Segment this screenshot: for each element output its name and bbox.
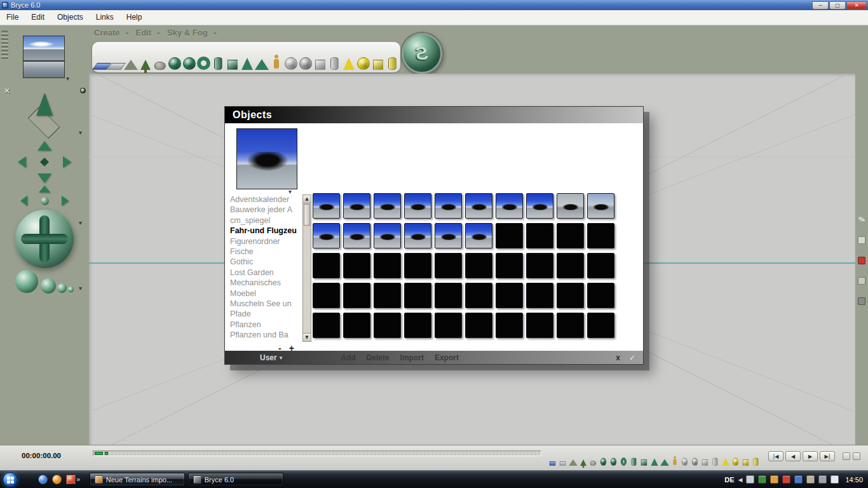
object-sports-car[interactable] xyxy=(526,193,553,219)
camera-dropdown-icon[interactable]: ▾ xyxy=(79,129,82,136)
timeline-selection[interactable] xyxy=(95,452,103,455)
tab-create[interactable]: Create xyxy=(94,28,119,37)
radial-button-icon[interactable] xyxy=(80,88,86,93)
prev-frame-button[interactable]: ◀ xyxy=(785,451,801,461)
category-muscheln-see-un[interactable]: Muscheln See un xyxy=(230,299,302,309)
select-sphere-icon[interactable] xyxy=(609,449,618,466)
empty-slot[interactable] xyxy=(526,313,553,338)
select-parallel-light-icon[interactable] xyxy=(751,449,761,466)
preset-stack-icon[interactable] xyxy=(1,30,8,60)
library-selector[interactable]: User ▾ xyxy=(260,353,282,362)
button-add[interactable]: Add xyxy=(341,353,355,362)
create-cylinder-icon[interactable] xyxy=(211,39,225,70)
select-light-dome-icon[interactable] xyxy=(690,449,700,466)
object-biplane[interactable] xyxy=(374,223,401,248)
object-barrel[interactable] xyxy=(435,193,462,219)
menu-links[interactable]: Links xyxy=(90,13,120,22)
tablet-input-icon[interactable] xyxy=(746,475,754,484)
create-tree-icon[interactable] xyxy=(139,39,153,70)
object-handcart[interactable] xyxy=(465,193,492,219)
network-icon[interactable] xyxy=(818,475,827,484)
object-gray-scene[interactable] xyxy=(557,193,584,219)
empty-slot[interactable] xyxy=(557,253,584,278)
pan-left-icon[interactable] xyxy=(18,156,26,168)
cancel-button[interactable]: x xyxy=(616,353,620,362)
select-pyramid-icon[interactable] xyxy=(660,449,669,466)
select-radial-light-icon[interactable] xyxy=(731,449,740,466)
category-scrollbar[interactable]: ▲ ▼ xyxy=(302,194,311,342)
object-seaplane[interactable] xyxy=(496,193,523,219)
object-buggy[interactable] xyxy=(435,223,462,248)
pan-down-icon[interactable] xyxy=(37,173,51,183)
empty-slot[interactable] xyxy=(557,223,584,248)
empty-slot[interactable] xyxy=(404,253,431,278)
swatch-gray-icon[interactable] xyxy=(858,277,865,285)
button-export[interactable]: Export xyxy=(435,353,459,362)
object-glider[interactable] xyxy=(404,223,431,248)
last-frame-button[interactable]: ▶| xyxy=(820,451,835,461)
category-figurenordner[interactable]: Figurenordner xyxy=(230,236,302,247)
clear-icon[interactable]: ✕ xyxy=(4,86,10,95)
bryce-logo[interactable]: S xyxy=(402,33,442,74)
create-light-cube-icon[interactable] xyxy=(313,39,327,70)
maximize-button[interactable]: □ xyxy=(829,1,846,10)
object-covered-wagon[interactable] xyxy=(343,193,370,219)
scroll-down-icon[interactable]: ▼ xyxy=(303,333,311,341)
empty-slot[interactable] xyxy=(557,283,584,308)
trackball-dropdown-icon[interactable]: ▾ xyxy=(79,219,82,226)
tab-sky-fog[interactable]: Sky & Fog xyxy=(167,28,208,37)
volume-icon[interactable] xyxy=(831,475,839,484)
pan-up-icon[interactable] xyxy=(37,141,51,151)
create-rock-icon[interactable] xyxy=(153,39,167,70)
banking-sphere-tiny[interactable] xyxy=(68,287,74,292)
category-moebel[interactable]: Moebel xyxy=(230,288,302,299)
empty-slot[interactable] xyxy=(496,313,523,338)
swatch-dark-icon[interactable] xyxy=(858,297,865,305)
category-gothic[interactable]: Gothic xyxy=(230,257,302,267)
category-fische[interactable]: Fische xyxy=(230,247,302,257)
camera-pan-widget[interactable] xyxy=(18,141,71,183)
empty-slot[interactable] xyxy=(465,313,492,338)
create-water-plane-icon[interactable] xyxy=(95,39,109,70)
first-frame-button[interactable]: |◀ xyxy=(768,451,783,461)
select-water-plane-icon[interactable] xyxy=(548,449,557,466)
object-coast-scene[interactable] xyxy=(587,193,614,219)
app-icon-red[interactable] xyxy=(66,475,76,484)
select-light-cylinder-icon[interactable] xyxy=(710,449,720,466)
pan-center-icon[interactable] xyxy=(40,158,49,166)
taskbar-task-neue-terrains-impo[interactable]: Neue Terrains impo... xyxy=(90,473,185,486)
pan-right-icon[interactable] xyxy=(63,156,71,168)
empty-slot[interactable] xyxy=(496,283,523,308)
empty-slot[interactable] xyxy=(313,253,340,278)
category-pfade[interactable]: Pfade xyxy=(230,309,302,319)
thumbnail-shrink-button[interactable]: - xyxy=(278,343,281,353)
taskbar-task-bryce-6-0[interactable]: Bryce 6.0 xyxy=(188,473,283,486)
banking-sphere-medium[interactable] xyxy=(41,278,56,294)
select-terrain-icon[interactable] xyxy=(568,449,578,466)
empty-slot[interactable] xyxy=(496,223,523,248)
antivirus-icon[interactable] xyxy=(782,475,790,484)
start-button[interactable] xyxy=(3,472,18,487)
object-airplane[interactable] xyxy=(465,223,492,248)
banking-sphere-large[interactable] xyxy=(15,270,38,293)
empty-slot[interactable] xyxy=(313,283,340,308)
camera-origin-widget[interactable] xyxy=(19,93,70,133)
material-red-icon[interactable] xyxy=(858,257,865,264)
empty-slot[interactable] xyxy=(587,283,614,308)
empty-slot[interactable] xyxy=(587,313,614,338)
create-light-dome-icon[interactable] xyxy=(299,39,313,70)
options-icon[interactable] xyxy=(853,452,860,460)
empty-slot[interactable] xyxy=(526,223,553,248)
updater-icon[interactable] xyxy=(794,475,803,484)
select-rock-icon[interactable] xyxy=(588,449,598,466)
timeline-marker[interactable] xyxy=(105,452,108,455)
orbit-right-icon[interactable] xyxy=(62,196,69,206)
dialog-titlebar[interactable]: Objects xyxy=(225,107,643,123)
empty-slot[interactable] xyxy=(374,253,401,278)
scroll-up-icon[interactable]: ▲ xyxy=(303,195,311,203)
next-frame-button[interactable]: ▶ xyxy=(803,451,818,461)
orbit-center-icon[interactable] xyxy=(41,197,49,205)
empty-slot[interactable] xyxy=(313,313,340,338)
app-icon-orange[interactable] xyxy=(52,475,62,484)
empty-slot[interactable] xyxy=(404,283,431,308)
